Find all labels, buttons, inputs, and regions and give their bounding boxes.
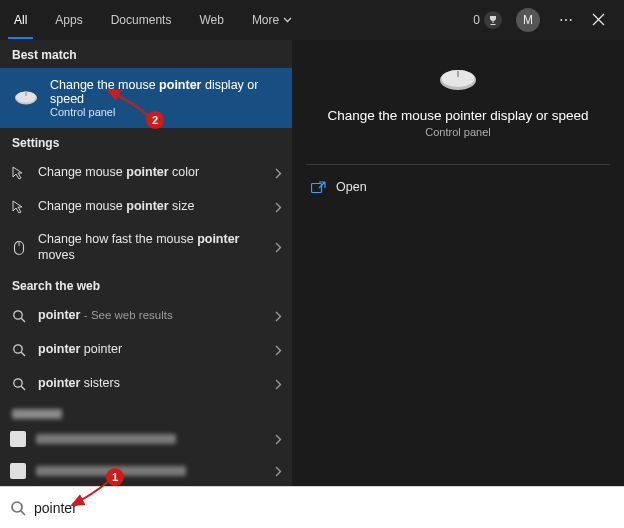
tab-web[interactable]: Web (185, 0, 237, 39)
best-match-subtitle: Control panel (50, 106, 280, 118)
svg-point-13 (12, 502, 22, 512)
svg-rect-12 (311, 183, 321, 192)
svg-line-7 (21, 353, 25, 357)
pointer-size-icon (10, 198, 28, 216)
chevron-right-icon (275, 434, 282, 445)
pointer-color-icon (10, 164, 28, 182)
tab-label: Documents (111, 13, 172, 27)
preview-title: Change the mouse pointer display or spee… (307, 108, 608, 123)
item-label: pointer sisters (38, 376, 265, 392)
open-icon (310, 179, 326, 195)
user-avatar[interactable]: M (516, 8, 540, 32)
svg-line-5 (21, 319, 25, 323)
search-icon (10, 307, 28, 325)
tab-label: Web (199, 13, 223, 27)
svg-line-9 (21, 387, 25, 391)
item-label: pointer pointer (38, 342, 265, 358)
item-label: Change mouse pointer color (38, 165, 265, 181)
chevron-right-icon (275, 379, 282, 390)
close-button[interactable] (592, 13, 616, 26)
settings-item-pointer-speed[interactable]: Change how fast the mouse pointer moves (0, 224, 292, 271)
settings-item-pointer-size[interactable]: Change mouse pointer size (0, 190, 292, 224)
tab-apps[interactable]: Apps (41, 0, 96, 39)
best-match-item[interactable]: Change the mouse pointer display or spee… (0, 68, 292, 128)
filter-tabs: All Apps Documents Web More (0, 0, 306, 39)
section-best-match: Best match (0, 40, 292, 68)
search-input[interactable] (34, 500, 614, 516)
chevron-right-icon (275, 311, 282, 322)
file-icon (10, 463, 26, 479)
section-recent-blurred (0, 401, 292, 423)
item-label: Change how fast the mouse pointer moves (38, 232, 265, 263)
chevron-down-icon (283, 17, 292, 23)
svg-point-4 (14, 311, 22, 319)
chevron-right-icon (275, 202, 282, 213)
tab-more[interactable]: More (238, 0, 306, 39)
mouse-speed-icon (10, 239, 28, 257)
top-right-controls: 0 M ⋯ (473, 8, 616, 32)
chevron-right-icon (275, 168, 282, 179)
web-item-0[interactable]: pointer - See web results (0, 299, 292, 333)
tab-label: All (14, 13, 27, 27)
open-action[interactable]: Open (292, 165, 624, 209)
rewards-count: 0 (473, 13, 480, 27)
rewards-badge[interactable]: 0 (473, 11, 502, 29)
recent-item-0[interactable] (0, 423, 292, 455)
search-icon (10, 341, 28, 359)
web-item-2[interactable]: pointer sisters (0, 367, 292, 401)
section-web: Search the web (0, 271, 292, 299)
preview-pane: Change the mouse pointer display or spee… (292, 40, 624, 486)
chevron-right-icon (275, 242, 282, 253)
search-icon (10, 375, 28, 393)
blurred-text (36, 466, 186, 476)
svg-line-14 (21, 511, 25, 515)
search-bar (0, 486, 624, 528)
open-label: Open (336, 180, 367, 194)
mouse-large-icon (436, 66, 480, 94)
chevron-right-icon (275, 345, 282, 356)
tab-documents[interactable]: Documents (97, 0, 186, 39)
trophy-icon (484, 11, 502, 29)
avatar-letter: M (523, 13, 533, 27)
mouse-icon (12, 84, 40, 112)
item-label: pointer - See web results (38, 308, 265, 324)
best-match-title: Change the mouse pointer display or spee… (50, 78, 280, 106)
chevron-right-icon (275, 466, 282, 477)
recent-item-1[interactable] (0, 455, 292, 486)
blurred-text (36, 434, 176, 444)
search-icon (10, 500, 26, 516)
web-item-1[interactable]: pointer pointer (0, 333, 292, 367)
top-bar: All Apps Documents Web More 0 M ⋯ (0, 0, 624, 40)
svg-point-8 (14, 379, 22, 387)
tab-label: Apps (55, 13, 82, 27)
section-settings: Settings (0, 128, 292, 156)
settings-item-pointer-color[interactable]: Change mouse pointer color (0, 156, 292, 190)
tab-all[interactable]: All (0, 0, 41, 39)
file-icon (10, 431, 26, 447)
more-options-button[interactable]: ⋯ (554, 12, 578, 28)
results-pane: Best match Change the mouse pointer disp… (0, 40, 292, 486)
tab-label: More (252, 13, 279, 27)
svg-point-6 (14, 345, 22, 353)
item-label: Change mouse pointer size (38, 199, 265, 215)
preview-subtitle: Control panel (425, 126, 490, 138)
